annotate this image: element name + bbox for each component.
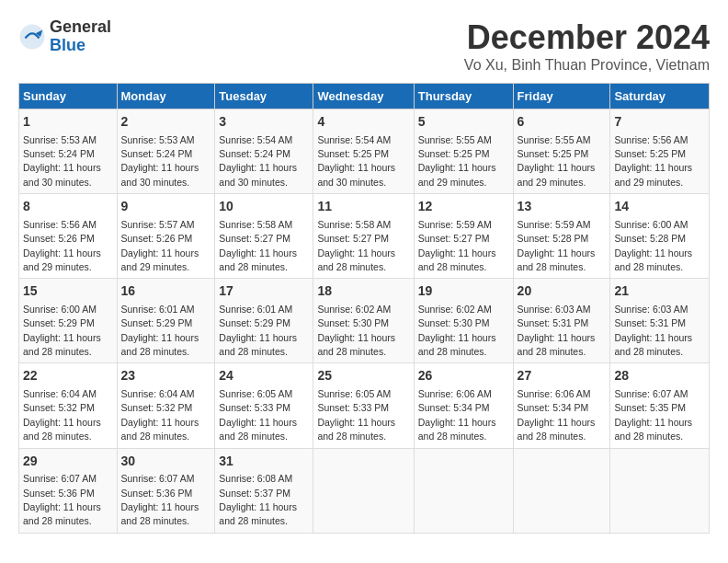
day-info: Sunrise: 6:07 AMSunset: 5:35 PMDaylight:… — [614, 388, 692, 442]
logo-general: General — [50, 18, 111, 37]
calendar-day: 20 Sunrise: 6:03 AMSunset: 5:31 PMDaylig… — [513, 279, 610, 363]
day-info: Sunrise: 5:54 AMSunset: 5:24 PMDaylight:… — [219, 134, 297, 188]
calendar-day: 25 Sunrise: 6:05 AMSunset: 5:33 PMDaylig… — [313, 363, 414, 448]
calendar-table: SundayMondayTuesdayWednesdayThursdayFrid… — [18, 83, 710, 534]
calendar-day: 29 Sunrise: 6:07 AMSunset: 5:36 PMDaylig… — [19, 448, 118, 533]
day-number: 19 — [418, 282, 509, 301]
day-info: Sunrise: 6:01 AMSunset: 5:29 PMDaylight:… — [219, 304, 297, 357]
calendar-day: 24 Sunrise: 6:05 AMSunset: 5:33 PMDaylig… — [215, 363, 313, 448]
day-info: Sunrise: 6:01 AMSunset: 5:29 PMDaylight:… — [121, 304, 199, 357]
day-number: 24 — [219, 367, 309, 385]
day-info: Sunrise: 6:05 AMSunset: 5:33 PMDaylight:… — [317, 388, 395, 442]
day-number: 23 — [121, 367, 211, 385]
calendar-day: 26 Sunrise: 6:06 AMSunset: 5:34 PMDaylig… — [414, 363, 513, 448]
calendar-week-1: 1 Sunrise: 5:53 AMSunset: 5:24 PMDayligh… — [19, 109, 710, 194]
day-number: 3 — [219, 113, 309, 132]
weekday-sunday: Sunday — [19, 84, 118, 109]
calendar-day: 12 Sunrise: 5:59 AMSunset: 5:27 PMDaylig… — [414, 194, 513, 279]
calendar-day: 4 Sunrise: 5:54 AMSunset: 5:25 PMDayligh… — [313, 109, 414, 194]
day-number: 9 — [121, 198, 211, 216]
calendar-day: 8 Sunrise: 5:56 AMSunset: 5:26 PMDayligh… — [19, 194, 118, 279]
day-info: Sunrise: 5:56 AMSunset: 5:25 PMDaylight:… — [614, 134, 692, 188]
day-number: 4 — [317, 113, 409, 132]
calendar-day: 6 Sunrise: 5:55 AMSunset: 5:25 PMDayligh… — [513, 109, 610, 194]
calendar-day — [313, 448, 414, 533]
day-number: 17 — [219, 282, 309, 301]
page-header: General Blue December 2024 Vo Xu, Binh T… — [18, 18, 710, 74]
day-number: 10 — [219, 198, 309, 216]
calendar-day: 14 Sunrise: 6:00 AMSunset: 5:28 PMDaylig… — [610, 194, 710, 279]
calendar-day: 1 Sunrise: 5:53 AMSunset: 5:24 PMDayligh… — [19, 109, 118, 194]
calendar-day: 13 Sunrise: 5:59 AMSunset: 5:28 PMDaylig… — [513, 194, 610, 279]
calendar-day — [414, 448, 513, 533]
calendar-day: 18 Sunrise: 6:02 AMSunset: 5:30 PMDaylig… — [313, 279, 414, 363]
day-info: Sunrise: 5:54 AMSunset: 5:25 PMDaylight:… — [317, 134, 395, 188]
day-info: Sunrise: 5:57 AMSunset: 5:26 PMDaylight:… — [121, 219, 199, 272]
calendar-day: 11 Sunrise: 5:58 AMSunset: 5:27 PMDaylig… — [313, 194, 414, 279]
calendar-day: 31 Sunrise: 6:08 AMSunset: 5:37 PMDaylig… — [215, 448, 313, 533]
calendar-day: 30 Sunrise: 6:07 AMSunset: 5:36 PMDaylig… — [117, 448, 215, 533]
day-info: Sunrise: 5:53 AMSunset: 5:24 PMDaylight:… — [121, 134, 199, 188]
title-section: December 2024 Vo Xu, Binh Thuan Province… — [464, 18, 710, 74]
day-info: Sunrise: 5:55 AMSunset: 5:25 PMDaylight:… — [518, 134, 596, 188]
calendar-week-4: 22 Sunrise: 6:04 AMSunset: 5:32 PMDaylig… — [19, 363, 710, 448]
day-number: 28 — [614, 367, 705, 385]
day-number: 11 — [317, 198, 409, 216]
calendar-day: 3 Sunrise: 5:54 AMSunset: 5:24 PMDayligh… — [215, 109, 313, 194]
calendar-day: 28 Sunrise: 6:07 AMSunset: 5:35 PMDaylig… — [610, 363, 710, 448]
day-number: 2 — [121, 113, 211, 132]
calendar-day: 2 Sunrise: 5:53 AMSunset: 5:24 PMDayligh… — [117, 109, 215, 194]
day-info: Sunrise: 6:05 AMSunset: 5:33 PMDaylight:… — [219, 388, 297, 442]
day-info: Sunrise: 5:58 AMSunset: 5:27 PMDaylight:… — [219, 219, 297, 272]
weekday-header: SundayMondayTuesdayWednesdayThursdayFrid… — [19, 84, 710, 109]
weekday-wednesday: Wednesday — [313, 84, 414, 109]
calendar-week-2: 8 Sunrise: 5:56 AMSunset: 5:26 PMDayligh… — [19, 194, 710, 279]
calendar-day: 23 Sunrise: 6:04 AMSunset: 5:32 PMDaylig… — [117, 363, 215, 448]
day-info: Sunrise: 6:02 AMSunset: 5:30 PMDaylight:… — [317, 304, 395, 357]
day-info: Sunrise: 6:04 AMSunset: 5:32 PMDaylight:… — [121, 388, 199, 442]
logo-icon — [18, 23, 46, 51]
logo: General Blue — [18, 18, 111, 55]
weekday-monday: Monday — [117, 84, 215, 109]
day-number: 5 — [418, 113, 509, 132]
weekday-friday: Friday — [513, 84, 610, 109]
weekday-tuesday: Tuesday — [215, 84, 313, 109]
day-number: 22 — [23, 367, 113, 385]
calendar-day: 7 Sunrise: 5:56 AMSunset: 5:25 PMDayligh… — [610, 109, 710, 194]
calendar-day: 19 Sunrise: 6:02 AMSunset: 5:30 PMDaylig… — [414, 279, 513, 363]
day-info: Sunrise: 6:03 AMSunset: 5:31 PMDaylight:… — [518, 304, 596, 357]
calendar-day: 5 Sunrise: 5:55 AMSunset: 5:25 PMDayligh… — [414, 109, 513, 194]
day-number: 16 — [121, 282, 211, 301]
calendar-week-3: 15 Sunrise: 6:00 AMSunset: 5:29 PMDaylig… — [19, 279, 710, 363]
logo-blue: Blue — [50, 37, 111, 55]
day-info: Sunrise: 6:06 AMSunset: 5:34 PMDaylight:… — [518, 388, 596, 442]
day-info: Sunrise: 5:59 AMSunset: 5:28 PMDaylight:… — [518, 219, 596, 272]
day-info: Sunrise: 5:56 AMSunset: 5:26 PMDaylight:… — [23, 219, 101, 272]
day-number: 14 — [614, 198, 705, 216]
calendar-subtitle: Vo Xu, Binh Thuan Province, Vietnam — [464, 57, 710, 74]
day-info: Sunrise: 6:00 AMSunset: 5:28 PMDaylight:… — [614, 219, 692, 272]
calendar-day: 16 Sunrise: 6:01 AMSunset: 5:29 PMDaylig… — [117, 279, 215, 363]
day-number: 25 — [317, 367, 409, 385]
day-number: 13 — [518, 198, 607, 216]
svg-point-0 — [20, 24, 45, 49]
calendar-title: December 2024 — [464, 18, 710, 57]
day-info: Sunrise: 6:00 AMSunset: 5:29 PMDaylight:… — [23, 304, 101, 357]
calendar-day: 27 Sunrise: 6:06 AMSunset: 5:34 PMDaylig… — [513, 363, 610, 448]
day-number: 26 — [418, 367, 509, 385]
calendar-day: 10 Sunrise: 5:58 AMSunset: 5:27 PMDaylig… — [215, 194, 313, 279]
calendar-day: 17 Sunrise: 6:01 AMSunset: 5:29 PMDaylig… — [215, 279, 313, 363]
calendar-day: 22 Sunrise: 6:04 AMSunset: 5:32 PMDaylig… — [19, 363, 118, 448]
day-info: Sunrise: 6:02 AMSunset: 5:30 PMDaylight:… — [418, 304, 496, 357]
day-number: 20 — [518, 282, 607, 301]
day-number: 27 — [518, 367, 607, 385]
calendar-body: 1 Sunrise: 5:53 AMSunset: 5:24 PMDayligh… — [19, 109, 710, 534]
calendar-day — [610, 448, 710, 533]
day-info: Sunrise: 6:03 AMSunset: 5:31 PMDaylight:… — [614, 304, 692, 357]
day-info: Sunrise: 6:07 AMSunset: 5:36 PMDaylight:… — [23, 473, 101, 526]
day-number: 7 — [614, 113, 705, 132]
day-number: 18 — [317, 282, 409, 301]
calendar-week-5: 29 Sunrise: 6:07 AMSunset: 5:36 PMDaylig… — [19, 448, 710, 533]
day-info: Sunrise: 6:07 AMSunset: 5:36 PMDaylight:… — [121, 473, 199, 526]
calendar-day: 15 Sunrise: 6:00 AMSunset: 5:29 PMDaylig… — [19, 279, 118, 363]
